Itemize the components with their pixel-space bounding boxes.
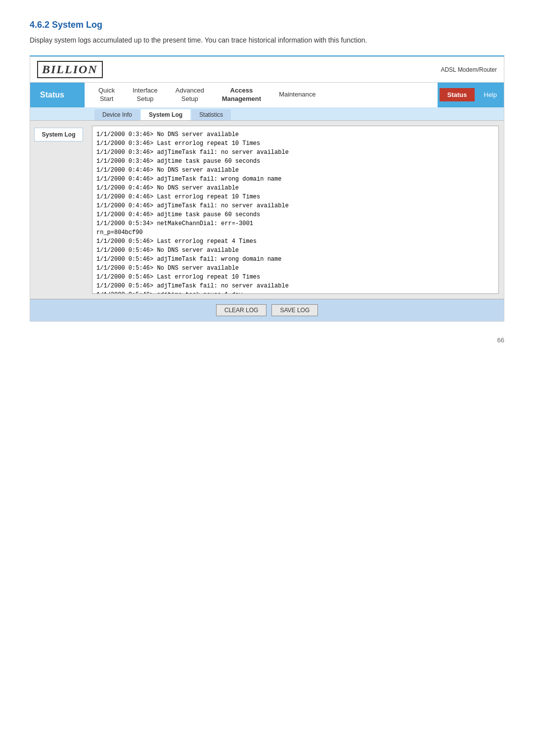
save-log-button[interactable]: SAVE LOG [271,304,318,316]
main-content: System Log 1/1/2000 0:3:46> No DNS serve… [30,121,504,299]
log-content[interactable]: 1/1/2000 0:3:46> No DNS server available… [92,126,499,294]
button-bar: CLEAR LOG SAVE LOG [30,299,504,321]
nav-interface-setup[interactable]: InterfaceSetup [124,83,167,107]
router-frame: BILLION ADSL Modem/Router Status QuickSt… [30,56,504,322]
tab-system-log[interactable]: System Log [141,109,190,120]
nav-access-management[interactable]: AccessManagement [213,83,270,107]
adsl-label: ADSL Modem/Router [441,66,497,73]
nav-advanced-setup[interactable]: AdvancedSetup [167,83,213,107]
router-header: BILLION ADSL Modem/Router [30,57,504,83]
nav-bar: Status QuickStart InterfaceSetup Advance… [30,83,504,107]
nav-status-box: Status [30,83,85,107]
log-section: 1/1/2000 0:3:46> No DNS server available… [87,121,504,299]
nav-quick-start[interactable]: QuickStart [89,83,124,107]
nav-status-button[interactable]: Status [440,88,475,101]
nav-items: QuickStart InterfaceSetup AdvancedSetup … [85,83,438,107]
tab-statistics[interactable]: Statistics [191,109,231,120]
nav-right: Status Help [438,83,504,107]
sub-tabs: Device Info System Log Statistics [30,107,504,121]
page-description: Display system logs accumulated up to th… [30,35,504,46]
nav-maintenance[interactable]: Maintenance [270,87,324,103]
page-number: 66 [30,336,504,344]
tab-device-info[interactable]: Device Info [94,109,140,120]
billion-logo: BILLION [37,61,103,78]
nav-help-button[interactable]: Help [477,88,504,101]
sidebar-item-system-log[interactable]: System Log [34,128,83,142]
sidebar: System Log [30,121,87,299]
nav-status-label: Status [40,91,64,99]
section-title: 4.6.2 System Log [30,20,504,30]
clear-log-button[interactable]: CLEAR LOG [216,304,267,316]
